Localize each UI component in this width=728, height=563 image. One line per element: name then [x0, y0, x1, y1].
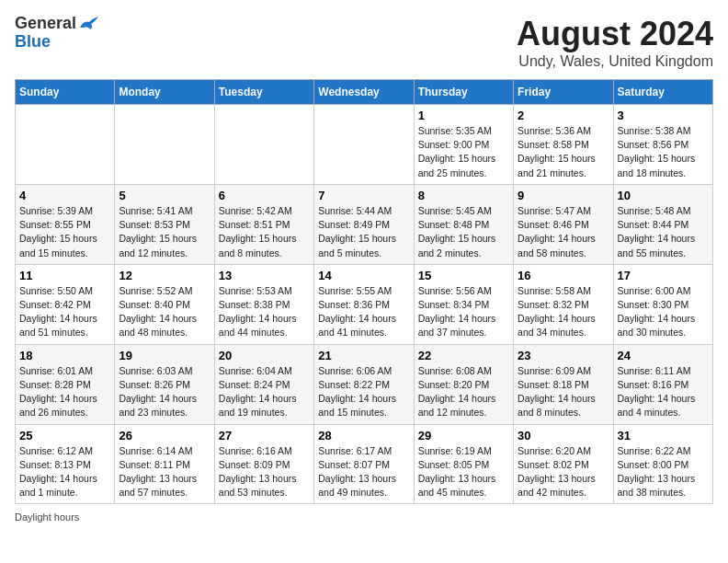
- calendar-week-4: 18Sunrise: 6:01 AMSunset: 8:28 PMDayligh…: [16, 344, 713, 424]
- day-info: Sunrise: 6:14 AMSunset: 8:11 PMDaylight:…: [119, 444, 210, 500]
- logo: General Blue: [15, 15, 98, 52]
- day-number: 31: [618, 429, 709, 442]
- calendar-cell: 5Sunrise: 5:41 AMSunset: 8:53 PMDaylight…: [115, 184, 214, 264]
- day-info: Sunrise: 5:56 AMSunset: 8:34 PMDaylight:…: [418, 284, 509, 340]
- calendar-cell: 18Sunrise: 6:01 AMSunset: 8:28 PMDayligh…: [16, 344, 115, 424]
- logo-blue: Blue: [15, 33, 51, 52]
- day-number: 13: [219, 269, 310, 282]
- calendar-cell: [16, 105, 115, 185]
- day-number: 18: [19, 349, 110, 362]
- day-number: 12: [119, 269, 210, 282]
- day-number: 16: [518, 269, 609, 282]
- calendar-cell: 9Sunrise: 5:47 AMSunset: 8:46 PMDaylight…: [514, 184, 613, 264]
- day-number: 20: [219, 349, 310, 362]
- day-info: Sunrise: 6:03 AMSunset: 8:26 PMDaylight:…: [119, 364, 210, 420]
- day-number: 4: [19, 189, 110, 202]
- calendar-table: SundayMondayTuesdayWednesdayThursdayFrid…: [15, 79, 713, 504]
- calendar-subtitle: Undy, Wales, United Kingdom: [517, 53, 713, 70]
- calendar-cell: 30Sunrise: 6:20 AMSunset: 8:02 PMDayligh…: [514, 424, 613, 504]
- calendar-title: August 2024: [517, 15, 713, 53]
- calendar-week-5: 25Sunrise: 6:12 AMSunset: 8:13 PMDayligh…: [16, 424, 713, 504]
- calendar-cell: 2Sunrise: 5:36 AMSunset: 8:58 PMDaylight…: [514, 105, 613, 185]
- col-header-monday: Monday: [115, 80, 214, 105]
- calendar-cell: 1Sunrise: 5:35 AMSunset: 9:00 PMDaylight…: [414, 105, 513, 185]
- title-block: August 2024 Undy, Wales, United Kingdom: [517, 15, 713, 70]
- day-number: 1: [418, 109, 509, 122]
- calendar-cell: [314, 105, 414, 185]
- calendar-cell: [214, 105, 313, 185]
- day-number: 28: [318, 429, 409, 442]
- day-number: 23: [518, 349, 609, 362]
- day-number: 7: [318, 189, 409, 202]
- calendar-cell: 27Sunrise: 6:16 AMSunset: 8:09 PMDayligh…: [214, 424, 313, 504]
- day-number: 14: [318, 269, 409, 282]
- day-number: 21: [318, 349, 409, 362]
- day-number: 9: [518, 189, 609, 202]
- day-info: Sunrise: 6:01 AMSunset: 8:28 PMDaylight:…: [19, 364, 110, 420]
- calendar-header-row: SundayMondayTuesdayWednesdayThursdayFrid…: [16, 80, 713, 105]
- day-info: Sunrise: 6:00 AMSunset: 8:30 PMDaylight:…: [618, 284, 709, 340]
- day-info: Sunrise: 6:20 AMSunset: 8:02 PMDaylight:…: [518, 444, 609, 500]
- day-info: Sunrise: 5:36 AMSunset: 8:58 PMDaylight:…: [518, 124, 609, 180]
- day-number: 30: [518, 429, 609, 442]
- day-number: 8: [418, 189, 509, 202]
- day-info: Sunrise: 5:38 AMSunset: 8:56 PMDaylight:…: [618, 124, 709, 180]
- col-header-sunday: Sunday: [16, 80, 115, 105]
- day-number: 26: [119, 429, 210, 442]
- day-number: 5: [119, 189, 210, 202]
- daylight-label: Daylight hours: [15, 511, 79, 523]
- day-number: 17: [618, 269, 709, 282]
- day-number: 27: [219, 429, 310, 442]
- day-number: 29: [418, 429, 509, 442]
- day-info: Sunrise: 5:58 AMSunset: 8:32 PMDaylight:…: [518, 284, 609, 340]
- calendar-cell: 17Sunrise: 6:00 AMSunset: 8:30 PMDayligh…: [613, 264, 712, 344]
- calendar-week-3: 11Sunrise: 5:50 AMSunset: 8:42 PMDayligh…: [16, 264, 713, 344]
- calendar-cell: 31Sunrise: 6:22 AMSunset: 8:00 PMDayligh…: [613, 424, 712, 504]
- day-number: 2: [518, 109, 609, 122]
- day-number: 6: [219, 189, 310, 202]
- calendar-cell: 3Sunrise: 5:38 AMSunset: 8:56 PMDaylight…: [613, 105, 712, 185]
- day-info: Sunrise: 6:12 AMSunset: 8:13 PMDaylight:…: [19, 444, 110, 500]
- calendar-cell: 25Sunrise: 6:12 AMSunset: 8:13 PMDayligh…: [16, 424, 115, 504]
- col-header-tuesday: Tuesday: [214, 80, 313, 105]
- calendar-cell: 19Sunrise: 6:03 AMSunset: 8:26 PMDayligh…: [115, 344, 214, 424]
- calendar-cell: 14Sunrise: 5:55 AMSunset: 8:36 PMDayligh…: [314, 264, 414, 344]
- calendar-cell: 23Sunrise: 6:09 AMSunset: 8:18 PMDayligh…: [514, 344, 613, 424]
- calendar-cell: 29Sunrise: 6:19 AMSunset: 8:05 PMDayligh…: [414, 424, 513, 504]
- day-info: Sunrise: 6:16 AMSunset: 8:09 PMDaylight:…: [219, 444, 310, 500]
- day-info: Sunrise: 5:35 AMSunset: 9:00 PMDaylight:…: [418, 124, 509, 180]
- calendar-cell: 11Sunrise: 5:50 AMSunset: 8:42 PMDayligh…: [16, 264, 115, 344]
- calendar-cell: 20Sunrise: 6:04 AMSunset: 8:24 PMDayligh…: [214, 344, 313, 424]
- day-info: Sunrise: 5:41 AMSunset: 8:53 PMDaylight:…: [119, 204, 210, 260]
- calendar-cell: 10Sunrise: 5:48 AMSunset: 8:44 PMDayligh…: [613, 184, 712, 264]
- day-info: Sunrise: 5:42 AMSunset: 8:51 PMDaylight:…: [219, 204, 310, 260]
- day-info: Sunrise: 5:45 AMSunset: 8:48 PMDaylight:…: [418, 204, 509, 260]
- calendar-cell: 21Sunrise: 6:06 AMSunset: 8:22 PMDayligh…: [314, 344, 414, 424]
- col-header-friday: Friday: [514, 80, 613, 105]
- calendar-cell: 12Sunrise: 5:52 AMSunset: 8:40 PMDayligh…: [115, 264, 214, 344]
- day-number: 22: [418, 349, 509, 362]
- col-header-saturday: Saturday: [613, 80, 712, 105]
- calendar-cell: 7Sunrise: 5:44 AMSunset: 8:49 PMDaylight…: [314, 184, 414, 264]
- calendar-cell: 8Sunrise: 5:45 AMSunset: 8:48 PMDaylight…: [414, 184, 513, 264]
- logo-general: General: [15, 15, 76, 33]
- day-info: Sunrise: 6:19 AMSunset: 8:05 PMDaylight:…: [418, 444, 509, 500]
- calendar-week-1: 1Sunrise: 5:35 AMSunset: 9:00 PMDaylight…: [16, 105, 713, 185]
- calendar-cell: 26Sunrise: 6:14 AMSunset: 8:11 PMDayligh…: [115, 424, 214, 504]
- day-info: Sunrise: 6:22 AMSunset: 8:00 PMDaylight:…: [618, 444, 709, 500]
- day-number: 3: [618, 109, 709, 122]
- day-info: Sunrise: 6:17 AMSunset: 8:07 PMDaylight:…: [318, 444, 409, 500]
- calendar-week-2: 4Sunrise: 5:39 AMSunset: 8:55 PMDaylight…: [16, 184, 713, 264]
- calendar-cell: 24Sunrise: 6:11 AMSunset: 8:16 PMDayligh…: [613, 344, 712, 424]
- day-number: 25: [19, 429, 110, 442]
- day-number: 10: [618, 189, 709, 202]
- calendar-cell: 6Sunrise: 5:42 AMSunset: 8:51 PMDaylight…: [214, 184, 313, 264]
- day-number: 19: [119, 349, 210, 362]
- calendar-cell: 16Sunrise: 5:58 AMSunset: 8:32 PMDayligh…: [514, 264, 613, 344]
- day-info: Sunrise: 5:44 AMSunset: 8:49 PMDaylight:…: [318, 204, 409, 260]
- col-header-thursday: Thursday: [414, 80, 513, 105]
- day-info: Sunrise: 5:53 AMSunset: 8:38 PMDaylight:…: [219, 284, 310, 340]
- day-info: Sunrise: 5:47 AMSunset: 8:46 PMDaylight:…: [518, 204, 609, 260]
- calendar-cell: 13Sunrise: 5:53 AMSunset: 8:38 PMDayligh…: [214, 264, 313, 344]
- col-header-wednesday: Wednesday: [314, 80, 414, 105]
